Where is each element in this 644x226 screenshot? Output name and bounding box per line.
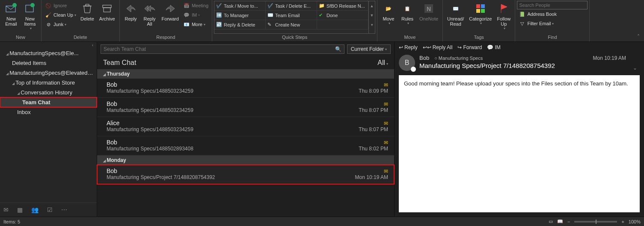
envelope-icon: ✉ xyxy=(384,82,388,88)
chevron-up-icon[interactable]: ▲ xyxy=(369,1,375,11)
reply-all-button-ribbon[interactable]: Reply All xyxy=(140,1,159,34)
nav-mail-icon[interactable]: ✉ xyxy=(3,206,9,213)
qs-done[interactable]: ✔Done xyxy=(317,11,368,20)
nav-calendar-icon[interactable]: ▦ xyxy=(17,206,23,213)
junk-icon: ⊘ xyxy=(45,21,52,28)
qs-create-new[interactable]: ✎Create New xyxy=(266,20,317,29)
nav-tasks-icon[interactable]: ☑ xyxy=(47,206,53,213)
message-time: Mon 10:19 AM xyxy=(593,55,626,61)
forward-icon: ↪ xyxy=(457,44,462,50)
reply-button[interactable]: ↩Reply xyxy=(399,44,418,50)
search-input[interactable] xyxy=(104,46,335,52)
forward-button-ribbon[interactable]: Forward xyxy=(159,1,181,34)
new-items-button[interactable]: New Items xyxy=(21,1,39,34)
new-email-icon xyxy=(4,2,18,15)
more-respond-button[interactable]: 📧More xyxy=(181,20,210,29)
search-box[interactable]: 🔍 xyxy=(101,44,344,54)
search-scope-dropdown[interactable]: Current Folder xyxy=(347,44,391,54)
sender-name: Bob xyxy=(419,55,429,61)
zoom-in-button[interactable]: + xyxy=(621,219,624,224)
archive-button[interactable]: Archive xyxy=(97,1,118,34)
followup-button[interactable]: Follow Up xyxy=(494,1,513,34)
message-item[interactable]: AliceManufacturing Specs/1488503234259Th… xyxy=(97,117,394,136)
account-2[interactable]: ManufacturingSpecs@ElevatedR... xyxy=(0,68,97,78)
filter-email-button[interactable]: ▽Filter Email xyxy=(517,19,588,28)
chevron-down-icon[interactable]: ▼ xyxy=(369,11,375,20)
folder-top-info-store[interactable]: Top of Information Store xyxy=(0,78,97,88)
qs-reply-delete[interactable]: ↩️Reply & Delete xyxy=(214,20,266,29)
message-subject-line: Manufacturing Specs/Project 7/1488208754… xyxy=(107,174,388,180)
expand-header-button[interactable]: ⌄ xyxy=(630,65,640,71)
search-people-input[interactable] xyxy=(517,1,588,9)
view-normal-icon[interactable]: ▭ xyxy=(549,219,553,224)
move-button[interactable]: 📂Move xyxy=(379,1,398,34)
qs-to-manager[interactable]: ➡️To Manager xyxy=(214,11,266,20)
folder-collapse-button[interactable]: ‹ xyxy=(0,42,97,48)
nav-more-icon[interactable]: ⋯ xyxy=(61,206,67,213)
message-item[interactable]: BobManufacturing Specs/Project 7/1488208… xyxy=(97,165,394,184)
rules-button[interactable]: 📋Rules xyxy=(398,1,417,34)
status-bar: Items: 5 ▭ 📖 − + 100% xyxy=(0,217,644,226)
message-subject-line: Manufacturing Specs/1488503234259 xyxy=(107,126,388,132)
message-list-pane: 🔍 Current Folder Team Chat All ThursdayB… xyxy=(97,42,395,217)
view-reading-icon[interactable]: 📖 xyxy=(557,219,563,224)
ribbon-group-new: New Email New Items New xyxy=(0,0,42,41)
im-icon: 💬 xyxy=(183,12,190,18)
message-body: Good morning team! Please upload your sp… xyxy=(399,75,640,212)
unread-icon: ✉️ xyxy=(449,2,463,15)
junk-button[interactable]: ⊘Junk xyxy=(43,20,78,29)
nav-bar: ✉ ▦ 👥 ☑ ⋯ xyxy=(0,203,97,217)
task-icon: ✔️ xyxy=(216,3,222,9)
address-book-button[interactable]: 📗Address Book xyxy=(517,9,588,19)
qs-team-email[interactable]: ✉️Team Email xyxy=(266,11,317,20)
ribbon-group-move: 📂Move 📋Rules NOneNote Move xyxy=(377,0,443,41)
folder-icon: 📁 xyxy=(319,3,325,9)
quick-steps-grid: ✔️Task / Move to... ✔️Task / Delete E...… xyxy=(214,1,369,34)
reply-icon: ↩ xyxy=(399,44,403,50)
zoom-out-button[interactable]: − xyxy=(567,219,570,224)
zoom-slider[interactable] xyxy=(574,221,617,223)
forward-button[interactable]: ↪Forward xyxy=(457,44,482,50)
folder-team-chat[interactable]: Team Chat xyxy=(0,97,97,107)
group-header[interactable]: Monday xyxy=(97,156,394,165)
nav-people-icon[interactable]: 👥 xyxy=(31,206,39,213)
svg-rect-8 xyxy=(476,4,480,8)
meeting-button[interactable]: 📅Meeting xyxy=(181,1,210,10)
message-item[interactable]: BobManufacturing Specs/1488502893408Thu … xyxy=(97,136,394,156)
categorize-button[interactable]: Categorize xyxy=(466,1,494,34)
qs-empty xyxy=(317,20,368,29)
reply-all-icon xyxy=(143,2,157,15)
quick-steps-scroll[interactable]: ▲▼▾ xyxy=(369,1,375,34)
reply-button-ribbon[interactable]: Reply xyxy=(122,1,140,34)
envelope-icon: ✉ xyxy=(384,101,388,107)
qs-task-move[interactable]: ✔️Task / Move to... xyxy=(214,1,266,11)
reply-all-button[interactable]: ↩↩Reply All xyxy=(423,44,453,50)
onenote-button[interactable]: NOneNote xyxy=(417,1,441,34)
svg-rect-5 xyxy=(104,8,110,12)
new-items-icon xyxy=(23,2,37,15)
ribbon-collapse-button[interactable]: ˄ xyxy=(633,32,644,41)
message-subject-line: Manufacturing Specs/1488502893408 xyxy=(107,146,388,152)
list-filter-dropdown[interactable]: All xyxy=(377,59,388,67)
account-1[interactable]: ManufacturingSpecs@Ele... xyxy=(0,48,97,58)
group-header[interactable]: Thursday xyxy=(97,69,394,79)
search-icon[interactable]: 🔍 xyxy=(335,46,341,52)
delete-button[interactable]: Delete xyxy=(78,1,97,34)
chevron-down-icon[interactable]: ▾ xyxy=(369,20,375,29)
message-subject-line: Manufacturing Specs/1488503234259 xyxy=(107,107,388,113)
im-button-ribbon[interactable]: 💬IM xyxy=(181,10,210,20)
unread-read-button[interactable]: ✉️Unread/ Read xyxy=(445,1,466,34)
folder-conversation-history[interactable]: Conversation History xyxy=(0,88,97,97)
svg-rect-9 xyxy=(481,4,485,8)
folder-deleted-items[interactable]: Deleted Items xyxy=(0,58,97,68)
im-button[interactable]: 💬IM xyxy=(487,44,500,50)
cleanup-button[interactable]: 🧹Clean Up xyxy=(43,10,78,20)
message-item[interactable]: BobManufacturing Specs/1488503234259Thu … xyxy=(97,98,394,117)
qs-task-delete[interactable]: ✔️Task / Delete E... xyxy=(266,1,317,11)
message-item[interactable]: BobManufacturing Specs/1488503234259Thu … xyxy=(97,79,394,98)
qs-sfbo[interactable]: 📁SfBO Release N... xyxy=(317,1,368,11)
reply-all-icon: ↩↩ xyxy=(423,44,431,50)
folder-inbox[interactable]: Inbox xyxy=(0,107,97,117)
ignore-button[interactable]: 🚫Ignore xyxy=(43,1,78,10)
new-email-button[interactable]: New Email xyxy=(2,1,21,34)
